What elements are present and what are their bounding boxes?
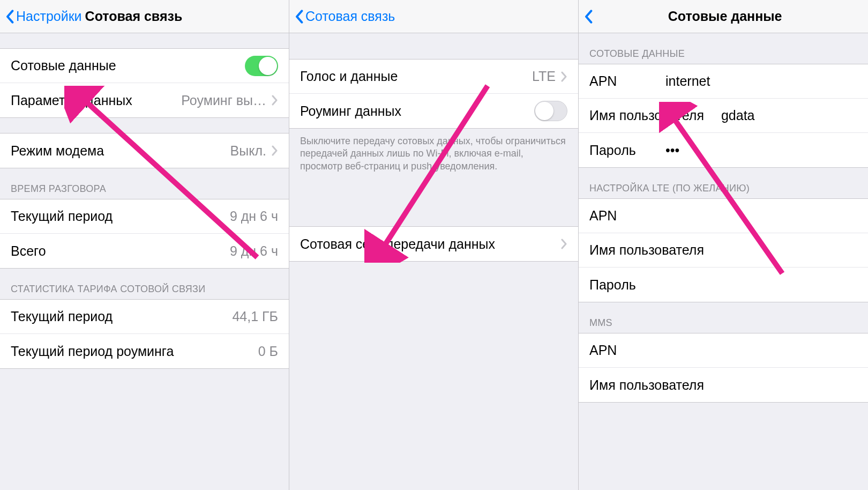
- group-hotspot: Режим модема Выкл.: [0, 133, 289, 168]
- row-label: Имя пользователя: [589, 242, 704, 258]
- panel-cellular: Настройки Сотовая связь Сотовые данные П…: [0, 0, 289, 490]
- row-cellular-data[interactable]: Сотовые данные: [0, 49, 289, 83]
- back-button[interactable]: Настройки: [5, 9, 82, 24]
- row-label: Пароль: [589, 277, 654, 293]
- row-hotspot[interactable]: Режим модема Выкл.: [0, 133, 289, 168]
- back-label: Настройки: [16, 9, 82, 24]
- chevron-right-icon: [561, 239, 567, 249]
- row-label: Сотовые данные: [11, 58, 116, 73]
- row-label: APN: [589, 208, 654, 224]
- row-label: Имя пользователя: [589, 377, 704, 393]
- row-password-lte[interactable]: Пароль: [579, 268, 868, 302]
- row-label: Сотовая сеть передачи данных: [300, 236, 495, 252]
- group-network: Сотовая сеть передачи данных: [289, 226, 578, 262]
- row-stats-roaming: Текущий период роуминга 0 Б: [0, 334, 289, 368]
- apn-lte-input[interactable]: [660, 208, 860, 224]
- chevron-right-icon: [272, 95, 278, 106]
- row-value: 9 дн 6 ч: [230, 209, 278, 224]
- section-header-talk: ВРЕМЯ РАЗГОВОРА: [0, 168, 289, 199]
- username-lte-input[interactable]: [710, 242, 868, 258]
- password-value: •••: [665, 143, 679, 158]
- row-label: Текущий период роуминга: [11, 344, 174, 359]
- apn-input[interactable]: [665, 73, 860, 89]
- row-username-lte[interactable]: Имя пользователя: [579, 233, 868, 268]
- group-apn-lte: APN Имя пользователя Пароль: [579, 198, 868, 302]
- row-label: Текущий период: [11, 309, 113, 324]
- section-header-lte: НАСТРОЙКА LTE (ПО ЖЕЛАНИЮ): [579, 168, 868, 198]
- row-stats-current: Текущий период 44,1 ГБ: [0, 300, 289, 334]
- footer-note: Выключите передачу сотовых данных, чтобы…: [289, 129, 578, 173]
- row-apn[interactable]: APN: [579, 64, 868, 99]
- group-apn-cellular: APN Имя пользователя Пароль •••: [579, 64, 868, 168]
- row-value: Роуминг вы…: [181, 93, 266, 108]
- row-apn-mms[interactable]: APN: [579, 333, 868, 368]
- group-data-stats: Текущий период 44,1 ГБ Текущий период ро…: [0, 299, 289, 369]
- back-label: Сотовая связь: [305, 9, 395, 24]
- section-header-stats: СТАТИСТИКА ТАРИФА СОТОВОЙ СВЯЗИ: [0, 269, 289, 299]
- row-value: 0 Б: [258, 344, 278, 359]
- row-label: Имя пользователя: [589, 108, 704, 123]
- row-value: Выкл.: [230, 143, 266, 159]
- chevron-right-icon: [272, 145, 278, 156]
- nav-header: Настройки Сотовая связь: [0, 0, 289, 33]
- chevron-right-icon: [561, 71, 567, 82]
- row-label: Пароль: [589, 143, 659, 158]
- row-label: Параметры данных: [11, 93, 132, 108]
- row-password[interactable]: Пароль •••: [579, 133, 868, 167]
- group-voice-roaming: Голос и данные LTE Роуминг данных: [289, 59, 578, 129]
- panel-data-options: Сотовая связь Голос и данные LTE Роуминг…: [289, 0, 579, 490]
- password-lte-input[interactable]: [660, 277, 860, 293]
- row-label: Режим модема: [11, 143, 104, 159]
- row-label: APN: [589, 343, 654, 358]
- row-cellular-network[interactable]: Сотовая сеть передачи данных: [289, 227, 578, 261]
- row-apn-lte[interactable]: APN: [579, 199, 868, 233]
- row-label: Голос и данные: [300, 69, 398, 84]
- row-label: Роуминг данных: [300, 103, 401, 119]
- row-value: 9 дн 6 ч: [230, 243, 278, 259]
- row-value: LTE: [532, 69, 556, 84]
- row-value: 44,1 ГБ: [232, 309, 278, 324]
- row-data-roaming[interactable]: Роуминг данных: [289, 94, 578, 128]
- chevron-left-icon: [295, 9, 303, 24]
- toggle-roaming[interactable]: [534, 101, 567, 121]
- nav-header: Сотовые данные: [579, 0, 868, 33]
- group-talk-time: Текущий период 9 дн 6 ч Всего 9 дн 6 ч: [0, 199, 289, 269]
- section-header-mms: MMS: [579, 302, 868, 333]
- panel-apn: Сотовые данные СОТОВЫЕ ДАННЫЕ APN Имя по…: [579, 0, 868, 490]
- back-button[interactable]: Сотовая связь: [295, 9, 395, 24]
- page-title: Сотовые данные: [668, 9, 782, 24]
- toggle-cellular-data[interactable]: [245, 56, 278, 76]
- section-header-cellular: СОТОВЫЕ ДАННЫЕ: [579, 33, 868, 64]
- row-total: Всего 9 дн 6 ч: [0, 234, 289, 268]
- row-data-options[interactable]: Параметры данных Роуминг вы…: [0, 83, 289, 117]
- nav-header: Сотовая связь: [289, 0, 578, 33]
- row-label: Текущий период: [11, 209, 113, 224]
- group-apn-mms: APN Имя пользователя: [579, 333, 868, 403]
- chevron-left-icon: [5, 9, 14, 24]
- back-button[interactable]: [584, 9, 595, 24]
- row-label: Всего: [11, 243, 46, 259]
- row-label: APN: [589, 73, 659, 89]
- page-title: Сотовая связь: [85, 9, 183, 24]
- row-username[interactable]: Имя пользователя: [579, 99, 868, 133]
- chevron-left-icon: [584, 9, 593, 24]
- group-cellular: Сотовые данные Параметры данных Роуминг …: [0, 48, 289, 118]
- apn-mms-input[interactable]: [660, 343, 860, 358]
- row-username-mms[interactable]: Имя пользователя: [579, 368, 868, 402]
- row-voice-data[interactable]: Голос и данные LTE: [289, 60, 578, 94]
- username-mms-input[interactable]: [710, 377, 868, 393]
- username-input[interactable]: [721, 108, 868, 123]
- row-current-period: Текущий период 9 дн 6 ч: [0, 199, 289, 234]
